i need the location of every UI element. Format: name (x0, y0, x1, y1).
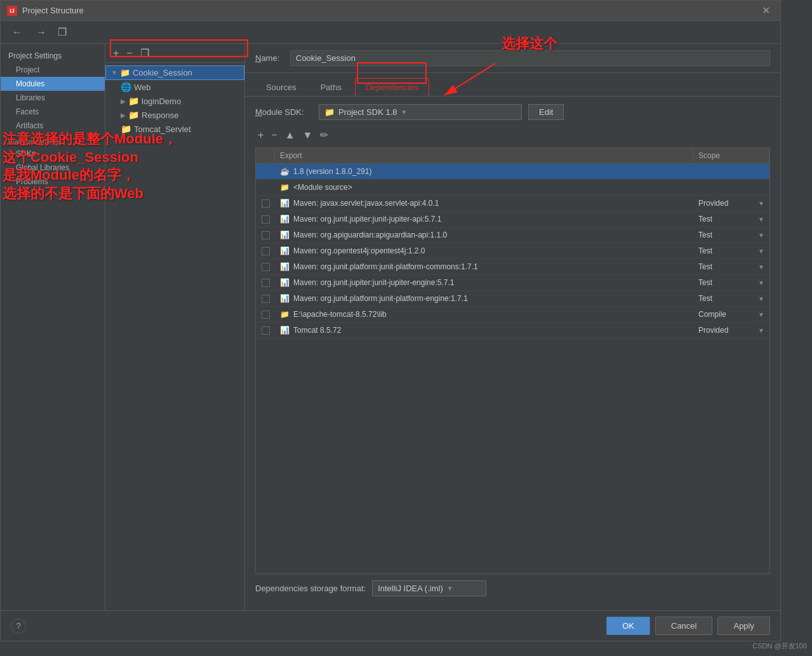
expand-icon: ▶ (121, 98, 126, 105)
close-button[interactable]: ✕ (758, 3, 774, 18)
module-tree: ▼ 📁 Cookie_Session 🌐 Web ▶ 📁 loginDemo ▶… (105, 63, 244, 610)
name-row: Name: (245, 44, 780, 73)
tab-paths[interactable]: Paths (310, 78, 352, 96)
maven-icon: 📊 (280, 199, 290, 208)
source-icon: 📁 (280, 183, 290, 192)
detail-panel: Name: Sources Paths Dependencies Module … (245, 44, 780, 610)
row-name: 📊 Maven: org.junit.platform:junit-platfo… (275, 259, 693, 274)
app-icon: IJ (7, 6, 17, 16)
tree-add-button[interactable]: + (110, 46, 121, 60)
tree-item-label: Cookie_Session (133, 68, 192, 77)
row-check[interactable] (256, 307, 275, 322)
tree-item-label: Web (134, 83, 151, 92)
row-name: 📊 Maven: org.opentest4j:opentest4j:1.2.0 (275, 243, 693, 258)
sdk-value: Project SDK 1.8 (338, 107, 397, 117)
scope-dropdown-arrow[interactable]: ▼ (758, 295, 764, 302)
maven-icon: 📊 (280, 246, 290, 255)
row-scope: Test ▼ (693, 291, 769, 306)
table-row[interactable]: 📊 Maven: org.junit.jupiter:junit-jupiter… (256, 211, 769, 227)
scope-dropdown-arrow[interactable]: ▼ (758, 248, 764, 255)
scope-dropdown-arrow[interactable]: ▼ (758, 232, 764, 239)
library-icon: 📊 (280, 326, 290, 335)
scope-dropdown-arrow[interactable]: ▼ (758, 200, 764, 207)
tree-item-logindemo[interactable]: ▶ 📁 loginDemo (105, 94, 244, 108)
table-row[interactable]: 📊 Maven: org.apiguardian:apiguardian-api… (256, 227, 769, 243)
tab-dependencies[interactable]: Dependencies (355, 78, 429, 96)
name-input[interactable] (290, 50, 770, 66)
sidebar-item-global-libraries[interactable]: Global Libraries (1, 161, 105, 175)
table-row[interactable]: 📁 <Module source> (256, 180, 769, 196)
folder-icon: 📁 (128, 96, 139, 106)
row-check[interactable] (256, 323, 275, 338)
help-button[interactable]: ? (11, 619, 26, 634)
table-row[interactable]: 📊 Maven: org.opentest4j:opentest4j:1.2.0… (256, 243, 769, 259)
table-row[interactable]: 📊 Maven: org.junit.platform:junit-platfo… (256, 291, 769, 307)
ok-button[interactable]: OK (606, 617, 650, 635)
watermark: CSDN @开发100 (752, 641, 807, 651)
edit-sdk-button[interactable]: Edit (528, 104, 564, 120)
row-check[interactable] (256, 244, 275, 258)
storage-value: IntelliJ IDEA (.iml) (378, 584, 443, 593)
sidebar-item-problems[interactable]: Problems (1, 175, 105, 189)
sidebar-item-artifacts[interactable]: Artifacts (1, 119, 105, 133)
maven-icon: 📊 (280, 231, 290, 239)
apply-button[interactable]: Apply (717, 617, 770, 635)
row-check[interactable] (256, 276, 275, 290)
header-export (256, 148, 275, 163)
sdk-dropdown[interactable]: 📁 Project SDK 1.8 ▼ (319, 104, 522, 120)
expand-icon: ▶ (121, 112, 126, 119)
table-row[interactable]: 📊 Tomcat 8.5.72 Provided ▼ (256, 323, 769, 338)
row-check[interactable] (256, 212, 275, 227)
sidebar-item-libraries[interactable]: Libraries (1, 91, 105, 105)
tree-item-web[interactable]: 🌐 Web (105, 80, 244, 94)
row-scope: Test ▼ (693, 275, 769, 290)
copy-button[interactable]: ❐ (55, 25, 69, 39)
table-row[interactable]: 📊 Maven: org.junit.jupiter:junit-jupiter… (256, 275, 769, 291)
dep-add-button[interactable]: + (255, 128, 266, 142)
row-check[interactable] (256, 168, 275, 175)
folder-icon: 📁 (280, 310, 290, 319)
main-content: Project Settings Project Modules Librari… (1, 44, 780, 610)
scope-dropdown-arrow[interactable]: ▼ (758, 327, 764, 334)
tree-item-cookie-session[interactable]: ▼ 📁 Cookie_Session (105, 65, 244, 80)
sdk-dropdown-arrow: ▼ (401, 109, 408, 116)
dep-remove-button[interactable]: − (269, 128, 279, 142)
row-scope: Test ▼ (693, 259, 769, 274)
tab-sources[interactable]: Sources (255, 78, 307, 96)
table-row[interactable]: ☕ 1.8 (version 1.8.0_291) (256, 164, 769, 180)
sidebar: Project Settings Project Modules Librari… (1, 44, 105, 610)
row-check[interactable] (256, 291, 275, 306)
tree-item-tomcat-servlet[interactable]: 📁 Tomcat_Servlet (105, 122, 244, 136)
cancel-button[interactable]: Cancel (655, 617, 712, 635)
row-check[interactable] (256, 260, 275, 274)
row-check[interactable] (256, 184, 275, 191)
forward-button[interactable]: → (31, 25, 51, 39)
table-row[interactable]: 📁 E:\apache-tomcat-8.5.72\lib Compile ▼ (256, 307, 769, 323)
tree-item-response[interactable]: ▶ 📁 Response (105, 108, 244, 122)
scope-dropdown-arrow[interactable]: ▼ (758, 279, 764, 286)
row-scope: Provided ▼ (693, 323, 769, 338)
table-row[interactable]: 📊 Maven: javax.servlet:javax.servlet-api… (256, 196, 769, 211)
sidebar-item-modules[interactable]: Modules (1, 77, 105, 91)
dep-up-button[interactable]: ▲ (283, 128, 298, 142)
sidebar-item-project[interactable]: Project (1, 63, 105, 77)
table-row[interactable]: 📊 Maven: org.junit.platform:junit-platfo… (256, 259, 769, 275)
back-button[interactable]: ← (7, 25, 27, 39)
scope-dropdown-arrow[interactable]: ▼ (758, 216, 764, 223)
project-structure-dialog: IJ Project Structure ✕ ← → ❐ Project Set… (0, 0, 781, 641)
storage-dropdown[interactable]: IntelliJ IDEA (.iml) ▼ (372, 580, 486, 596)
scope-dropdown-arrow[interactable]: ▼ (758, 264, 764, 271)
row-scope: Test ▼ (693, 243, 769, 258)
row-check[interactable] (256, 228, 275, 243)
sidebar-item-sdks[interactable]: SDKs (1, 147, 105, 161)
tree-copy-button[interactable]: ❐ (138, 46, 152, 60)
dialog-title: Project Structure (22, 6, 84, 15)
maven-icon: 📊 (280, 278, 290, 287)
row-check[interactable] (256, 196, 275, 211)
dep-down-button[interactable]: ▼ (300, 128, 316, 142)
sidebar-item-facets[interactable]: Facets (1, 105, 105, 119)
scope-dropdown-arrow[interactable]: ▼ (758, 311, 764, 318)
dep-edit-button[interactable]: ✏ (317, 128, 331, 142)
tree-remove-button[interactable]: − (124, 46, 135, 60)
header-scope: Scope (693, 148, 769, 163)
